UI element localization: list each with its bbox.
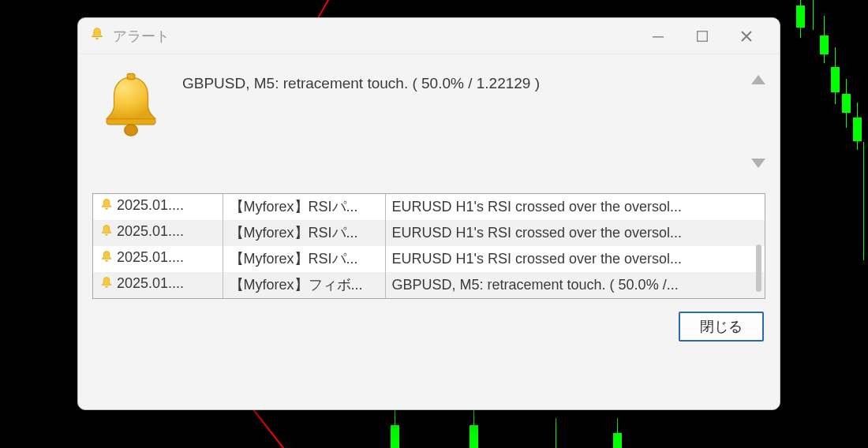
alert-source-cell: 【Myforex】フィボ... bbox=[223, 272, 385, 298]
chart-candle bbox=[797, 6, 804, 27]
bell-icon bbox=[89, 27, 105, 46]
alert-date: 2025.01.... bbox=[117, 249, 184, 265]
chart-candle-wick bbox=[556, 418, 556, 448]
table-row[interactable]: 2025.01....【Myforex】RSIパ...EURUSD H1's R… bbox=[93, 220, 765, 246]
table-row[interactable]: 2025.01....【Myforex】RSIパ...EURUSD H1's R… bbox=[93, 246, 765, 272]
svg-rect-4 bbox=[127, 73, 135, 79]
alert-summary-message: GBPUSD, M5: retracement touch. ( 50.0% /… bbox=[182, 72, 540, 92]
chart-candle bbox=[391, 426, 398, 448]
chart-candle bbox=[470, 426, 477, 448]
chart-candle-wick bbox=[863, 142, 864, 260]
chart-candle bbox=[832, 68, 839, 91]
close-button[interactable]: 閉じる bbox=[679, 312, 764, 342]
alert-date-cell: 2025.01.... bbox=[93, 220, 223, 246]
table-row[interactable]: 2025.01....【Myforex】RSIパ...EURUSD H1's R… bbox=[93, 194, 765, 220]
titlebar: アラート bbox=[78, 18, 780, 54]
alert-message-cell: EURUSD H1's RSI crossed over the oversol… bbox=[385, 246, 765, 272]
alert-source-cell: 【Myforex】RSIパ... bbox=[223, 246, 385, 272]
bell-icon bbox=[99, 276, 114, 294]
alert-date-cell: 2025.01.... bbox=[93, 246, 223, 272]
alert-message-cell: GBPUSD, M5: retracement touch. ( 50.0% /… bbox=[385, 272, 765, 298]
dialog-footer: 閉じる bbox=[78, 299, 780, 342]
bell-icon bbox=[99, 198, 114, 216]
chart-candle bbox=[614, 434, 621, 448]
svg-rect-0 bbox=[653, 36, 664, 38]
svg-rect-1 bbox=[698, 31, 708, 41]
maximize-button[interactable] bbox=[680, 22, 724, 50]
alert-summary-area: GBPUSD, M5: retracement touch. ( 50.0% /… bbox=[78, 54, 780, 143]
chart-candle bbox=[854, 118, 861, 140]
alert-dialog: アラート bbox=[77, 17, 780, 410]
svg-point-3 bbox=[125, 125, 138, 136]
table-row[interactable]: 2025.01....【Myforex】フィボ...GBPUSD, M5: re… bbox=[93, 272, 765, 298]
alert-message-cell: EURUSD H1's RSI crossed over the oversol… bbox=[385, 194, 765, 220]
window-title: アラート bbox=[113, 27, 170, 46]
alert-date-cell: 2025.01.... bbox=[93, 272, 223, 298]
bell-icon bbox=[99, 224, 114, 242]
alert-source-cell: 【Myforex】RSIパ... bbox=[223, 194, 385, 220]
minimize-button[interactable] bbox=[636, 22, 680, 50]
alert-date: 2025.01.... bbox=[117, 197, 184, 213]
bell-icon bbox=[100, 72, 162, 143]
chart-candle-wick bbox=[813, 0, 814, 30]
bell-icon bbox=[99, 250, 114, 268]
scrollbar-thumb[interactable] bbox=[756, 245, 761, 292]
alert-date: 2025.01.... bbox=[117, 223, 184, 239]
chart-candle bbox=[843, 95, 850, 112]
summary-scroll bbox=[751, 75, 765, 168]
scroll-up-button[interactable] bbox=[751, 75, 765, 84]
alert-list: 2025.01....【Myforex】RSIパ...EURUSD H1's R… bbox=[92, 193, 765, 299]
alert-source-cell: 【Myforex】RSIパ... bbox=[223, 220, 385, 246]
alert-date-cell: 2025.01.... bbox=[93, 194, 223, 220]
close-window-button[interactable] bbox=[724, 22, 769, 50]
alert-date: 2025.01.... bbox=[117, 275, 184, 291]
svg-rect-2 bbox=[107, 119, 155, 125]
close-button-label: 閉じる bbox=[700, 317, 743, 336]
scroll-down-button[interactable] bbox=[751, 159, 765, 168]
chart-candle bbox=[821, 36, 828, 54]
alert-message-cell: EURUSD H1's RSI crossed over the oversol… bbox=[385, 220, 765, 246]
